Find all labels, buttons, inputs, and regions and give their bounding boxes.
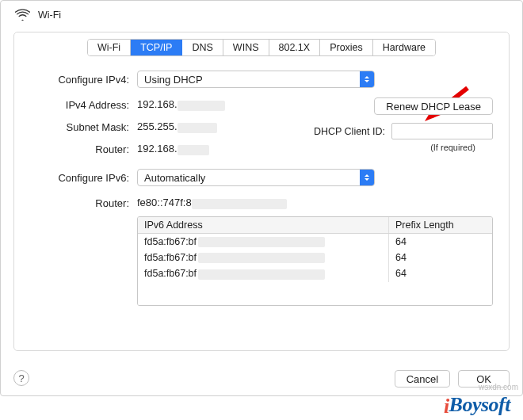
configure-ipv4-value: Using DHCP <box>144 74 203 86</box>
settings-panel: Wi-FiTCP/IPDNSWINS802.1XProxiesHardware … <box>13 32 510 351</box>
label-configure-ipv4: Configure IPv4: <box>30 74 137 86</box>
label-dhcp-client-id: DHCP Client ID: <box>314 126 391 137</box>
ipv6-table: IPv6 Address Prefix Length fd5a:fb67:bf6… <box>137 216 493 306</box>
tab-802-1x[interactable]: 802.1X <box>269 40 321 55</box>
label-subnet-mask: Subnet Mask: <box>30 121 137 133</box>
label-router6: Router: <box>30 197 137 209</box>
source-text: wsxdn.com <box>479 383 518 391</box>
footer-buttons: Cancel OK <box>1 362 522 395</box>
table-row[interactable]: fd5a:fb67:bf64 <box>138 234 492 250</box>
configure-ipv6-value: Automatically <box>144 172 205 184</box>
cancel-button[interactable]: Cancel <box>395 370 450 388</box>
tab-proxies[interactable]: Proxies <box>320 40 373 55</box>
cell-prefix-length: 64 <box>389 234 492 250</box>
configure-ipv6-select[interactable]: Automatically <box>137 169 375 186</box>
value-router6: fe80::747f:8 <box>137 197 287 208</box>
cell-prefix-length: 64 <box>389 265 492 281</box>
table-row[interactable]: fd5a:fb67:bf64 <box>138 265 492 281</box>
window-title: Wi-Fi <box>38 10 61 21</box>
cell-ipv6-address: fd5a:fb67:bf <box>138 250 389 265</box>
value-subnet-mask: 255.255. <box>137 120 217 132</box>
dropdown-caret-icon <box>360 170 374 185</box>
tab-tcp-ip[interactable]: TCP/IP <box>131 40 182 55</box>
cell-prefix-length: 64 <box>389 250 492 265</box>
network-settings-window: Wi-Fi Wi-FiTCP/IPDNSWINS802.1XProxiesHar… <box>0 0 523 396</box>
dropdown-caret-icon <box>360 71 374 87</box>
configure-ipv4-select[interactable]: Using DHCP <box>137 71 375 88</box>
cell-ipv6-address: fd5a:fb67:bf <box>138 234 389 250</box>
label-router: Router: <box>30 143 137 155</box>
tab-wi-fi[interactable]: Wi-Fi <box>88 40 131 55</box>
dhcp-side-area: Renew DHCP Lease DHCP Client ID: (If req… <box>354 97 493 152</box>
window-header: Wi-Fi <box>1 1 522 32</box>
cell-ipv6-address: fd5a:fb67:bf <box>138 265 389 281</box>
hint-if-required: (If required) <box>430 143 493 152</box>
th-prefix-length[interactable]: Prefix Length <box>389 217 492 233</box>
value-ipv4-address: 192.168. <box>137 98 225 110</box>
label-configure-ipv6: Configure IPv6: <box>30 172 137 184</box>
dhcp-client-id-input[interactable] <box>391 123 493 139</box>
tab-hardware[interactable]: Hardware <box>373 40 435 55</box>
value-router: 192.168. <box>137 143 209 155</box>
label-ipv4-address: IPv4 Address: <box>30 99 137 111</box>
tab-bar: Wi-FiTCP/IPDNSWINS802.1XProxiesHardware <box>14 32 509 56</box>
table-row[interactable]: fd5a:fb67:bf64 <box>138 250 492 265</box>
th-ipv6-address[interactable]: IPv6 Address <box>138 217 389 233</box>
wifi-icon <box>15 9 30 21</box>
renew-dhcp-lease-button[interactable]: Renew DHCP Lease <box>374 97 493 115</box>
tab-wins[interactable]: WINS <box>223 40 269 55</box>
table-body: fd5a:fb67:bf64fd5a:fb67:bf64fd5a:fb67:bf… <box>138 234 492 305</box>
watermark-logo: iBoysoft <box>444 393 510 417</box>
table-header: IPv6 Address Prefix Length <box>138 217 492 234</box>
tab-dns[interactable]: DNS <box>182 40 223 55</box>
